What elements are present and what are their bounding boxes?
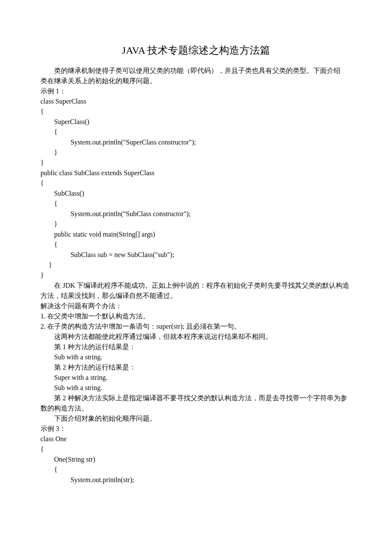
page-title: JAVA 技术专题综述之构造方法篇 xyxy=(40,43,352,58)
paragraph: 解决这个问题有两个办法： xyxy=(40,301,352,311)
output-line: Sub with a string. xyxy=(40,383,352,393)
code-line: } xyxy=(40,270,352,280)
code-line: public static void main(String[] args) xyxy=(40,229,352,240)
code-line: class SuperClass xyxy=(40,96,352,107)
code-line: { xyxy=(40,107,352,117)
code-line: } xyxy=(40,158,352,168)
code-line: { xyxy=(40,465,352,475)
example-heading: 示例 3： xyxy=(40,424,352,434)
output-line: Super with a string. xyxy=(40,373,352,383)
code-line: System.out.println(str); xyxy=(40,475,352,485)
paragraph: 类的继承机制使得子类可以使用父类的功能（即代码），并且子类也具有父类的类型。下面… xyxy=(40,66,352,76)
code-line: System.out.println("SuperClass construct… xyxy=(40,137,352,147)
paragraph: 第 2 种方法的运行结果是： xyxy=(40,362,352,373)
code-line: SubClass() xyxy=(40,188,352,199)
paragraph: 类在继承关系上的初始化的顺序问题。 xyxy=(40,76,352,86)
code-line: System.out.println("SubClass constructor… xyxy=(40,209,352,219)
output-line: Sub with a string. xyxy=(40,352,352,362)
code-line: public class SubClass extends SuperClass xyxy=(40,168,352,178)
code-line: { xyxy=(40,444,352,454)
paragraph: 这两种方法都能使此程序通过编译，但就本程序来说运行结果却不相同。 xyxy=(40,332,352,342)
code-line: One(String str) xyxy=(40,454,352,465)
code-line: { xyxy=(40,178,352,188)
list-item: 2. 在子类的构造方法中增加一条语句：super(str); 且必须在第一句。 xyxy=(40,321,352,332)
code-line: SuperClass() xyxy=(40,117,352,127)
code-line: } xyxy=(40,147,352,158)
code-line: } xyxy=(40,260,352,270)
code-line: SubClass sub = new SubClass("sub"); xyxy=(40,250,352,260)
paragraph: 第 1 种方法的运行结果是： xyxy=(40,342,352,352)
code-line: { xyxy=(40,199,352,209)
paragraph: 第 2 种解决方法实际上是指定编译器不要寻找父类的默认构造方法，而是去寻找带一个… xyxy=(40,393,352,413)
paragraph: 下面介绍对象的初始化顺序问题。 xyxy=(40,413,352,424)
list-item: 1. 在父类中增加一个默认构造方法。 xyxy=(40,311,352,321)
example-heading: 示例 1： xyxy=(40,86,352,96)
code-line: class One xyxy=(40,434,352,444)
code-line: { xyxy=(40,240,352,250)
code-line: { xyxy=(40,127,352,137)
code-line: } xyxy=(40,219,352,229)
paragraph: 在 JDK 下编译此程序不能成功。正如上例中说的：程序在初始化子类时先要寻找其父… xyxy=(40,280,352,301)
